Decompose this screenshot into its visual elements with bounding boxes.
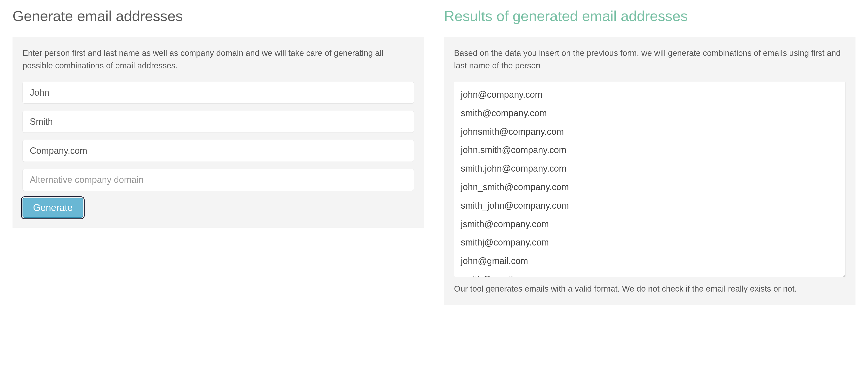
generate-heading: Generate email addresses bbox=[12, 7, 424, 24]
generate-button[interactable]: Generate bbox=[23, 198, 83, 218]
generate-description: Enter person first and last name as well… bbox=[23, 47, 414, 71]
generate-panel: Enter person first and last name as well… bbox=[12, 37, 424, 228]
generate-column: Generate email addresses Enter person fi… bbox=[12, 7, 424, 305]
last-name-input[interactable] bbox=[23, 111, 414, 133]
first-name-input[interactable] bbox=[23, 82, 414, 104]
domain-input[interactable] bbox=[23, 140, 414, 162]
results-column: Results of generated email addresses Bas… bbox=[444, 7, 856, 305]
results-description: Based on the data you insert on the prev… bbox=[454, 47, 845, 71]
results-textarea[interactable] bbox=[454, 82, 845, 277]
results-heading: Results of generated email addresses bbox=[444, 7, 856, 24]
results-panel: Based on the data you insert on the prev… bbox=[444, 37, 856, 305]
alt-domain-input[interactable] bbox=[23, 169, 414, 191]
results-footnote: Our tool generates emails with a valid f… bbox=[454, 283, 845, 295]
